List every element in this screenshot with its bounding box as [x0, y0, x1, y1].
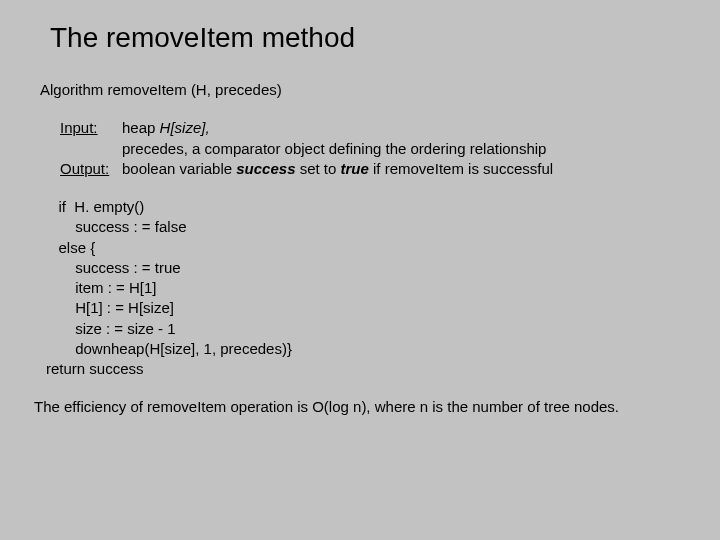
input-value-line2: precedes, a comparator object defining t… — [122, 139, 546, 159]
output-label: Output: — [60, 159, 122, 179]
slide-content: Algorithm removeItem (H, precedes) Input… — [40, 80, 680, 418]
io-block: Input: heap H[size], precedes, a compara… — [60, 118, 680, 179]
output-post: if removeItem is successful — [369, 160, 553, 177]
output-pre1: boolean variable — [122, 160, 236, 177]
output-value: boolean variable success set to true if … — [122, 159, 553, 179]
pseudocode: if H. empty() success : = false else { s… — [46, 197, 680, 379]
input-row: Input: heap H[size], — [60, 118, 680, 138]
output-true: true — [341, 160, 369, 177]
output-mid: set to — [295, 160, 340, 177]
input-label: Input: — [60, 118, 122, 138]
slide: The removeItem method Algorithm removeIt… — [0, 0, 720, 418]
output-success: success — [236, 160, 295, 177]
input-line1-pre: heap — [122, 119, 160, 136]
slide-title: The removeItem method — [50, 22, 680, 54]
output-row: Output: boolean variable success set to … — [60, 159, 680, 179]
input-value-line1: heap H[size], — [122, 118, 210, 138]
input-line1-em: H[size], — [160, 119, 210, 136]
algorithm-header: Algorithm removeItem (H, precedes) — [40, 80, 680, 100]
efficiency-note: The efficiency of removeItem operation i… — [34, 397, 680, 417]
input-row-2: precedes, a comparator object defining t… — [60, 139, 680, 159]
